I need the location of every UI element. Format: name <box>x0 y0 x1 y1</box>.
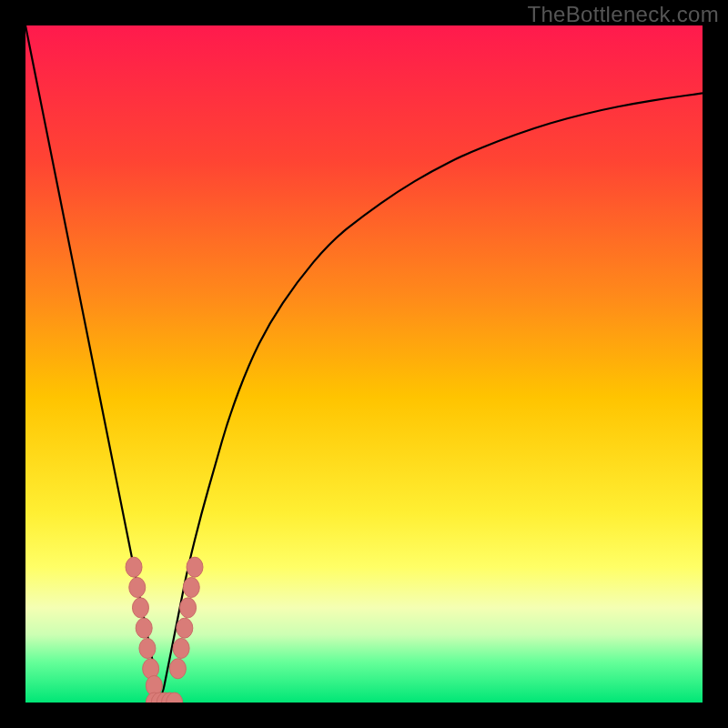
chart-frame: TheBottleneck.com <box>0 0 728 728</box>
bottleneck-chart <box>25 25 703 703</box>
sample-marker <box>126 557 142 577</box>
sample-marker <box>139 638 156 658</box>
sample-marker <box>132 598 148 618</box>
sample-marker <box>173 638 189 658</box>
plot-area <box>25 25 703 703</box>
watermark-text: TheBottleneck.com <box>527 2 719 27</box>
sample-marker <box>187 557 203 577</box>
sample-marker <box>129 578 146 598</box>
sample-marker <box>136 618 152 638</box>
sample-marker <box>177 618 193 638</box>
sample-marker <box>180 598 197 618</box>
gradient-background <box>25 25 703 703</box>
sample-marker <box>169 659 186 679</box>
sample-marker <box>183 578 199 598</box>
